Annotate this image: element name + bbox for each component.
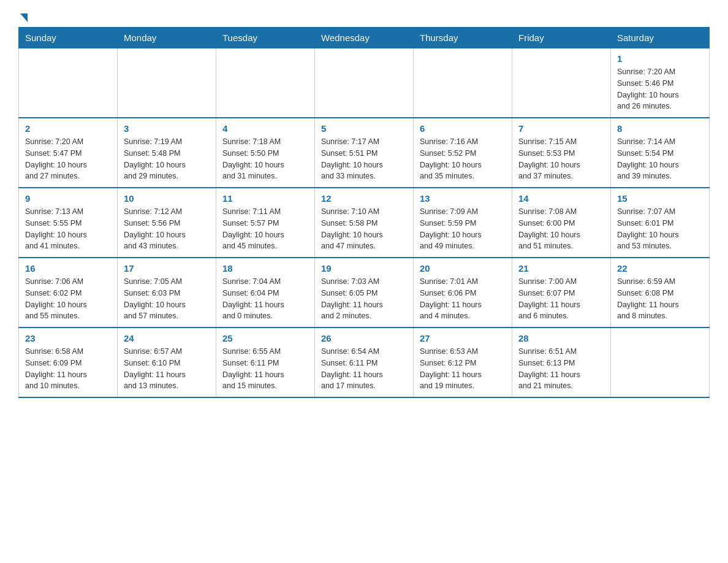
day-info: Sunrise: 6:54 AM Sunset: 6:11 PM Dayligh… (321, 346, 407, 392)
weekday-header-friday: Friday (512, 28, 611, 48)
calendar-week-row: 1Sunrise: 7:20 AM Sunset: 5:46 PM Daylig… (19, 48, 710, 118)
day-info: Sunrise: 7:18 AM Sunset: 5:50 PM Dayligh… (222, 136, 308, 182)
calendar-week-row: 9Sunrise: 7:13 AM Sunset: 5:55 PM Daylig… (19, 188, 710, 258)
calendar-cell: 9Sunrise: 7:13 AM Sunset: 5:55 PM Daylig… (19, 188, 118, 258)
day-info: Sunrise: 7:06 AM Sunset: 6:02 PM Dayligh… (25, 276, 111, 322)
day-number: 15 (617, 193, 703, 204)
weekday-header-monday: Monday (118, 28, 216, 48)
day-number: 8 (617, 123, 703, 134)
day-info: Sunrise: 7:07 AM Sunset: 6:01 PM Dayligh… (617, 206, 703, 252)
calendar-cell: 12Sunrise: 7:10 AM Sunset: 5:58 PM Dayli… (315, 188, 414, 258)
calendar-cell: 3Sunrise: 7:19 AM Sunset: 5:48 PM Daylig… (118, 118, 216, 188)
day-number: 24 (124, 333, 210, 343)
calendar-cell: 4Sunrise: 7:18 AM Sunset: 5:50 PM Daylig… (216, 118, 315, 188)
day-info: Sunrise: 7:13 AM Sunset: 5:55 PM Dayligh… (25, 206, 111, 252)
day-number: 19 (321, 263, 407, 274)
day-info: Sunrise: 7:04 AM Sunset: 6:04 PM Dayligh… (222, 276, 308, 322)
day-info: Sunrise: 7:20 AM Sunset: 5:46 PM Dayligh… (617, 66, 703, 112)
calendar-cell: 17Sunrise: 7:05 AM Sunset: 6:03 PM Dayli… (118, 258, 216, 327)
calendar-cell: 20Sunrise: 7:01 AM Sunset: 6:06 PM Dayli… (414, 258, 512, 327)
calendar-cell: 19Sunrise: 7:03 AM Sunset: 6:05 PM Dayli… (315, 258, 414, 327)
calendar-cell: 22Sunrise: 6:59 AM Sunset: 6:08 PM Dayli… (611, 258, 710, 327)
weekday-header-thursday: Thursday (414, 28, 512, 48)
day-info: Sunrise: 6:55 AM Sunset: 6:11 PM Dayligh… (222, 346, 308, 392)
day-number: 13 (420, 193, 506, 204)
logo (18, 12, 28, 21)
day-info: Sunrise: 7:17 AM Sunset: 5:51 PM Dayligh… (321, 136, 407, 182)
day-info: Sunrise: 7:15 AM Sunset: 5:53 PM Dayligh… (518, 136, 604, 182)
day-info: Sunrise: 7:14 AM Sunset: 5:54 PM Dayligh… (617, 136, 703, 182)
day-number: 11 (222, 193, 308, 204)
day-info: Sunrise: 7:16 AM Sunset: 5:52 PM Dayligh… (420, 136, 506, 182)
day-number: 17 (124, 263, 210, 274)
day-number: 16 (25, 263, 111, 274)
day-number: 27 (420, 333, 506, 343)
calendar-cell: 21Sunrise: 7:00 AM Sunset: 6:07 PM Dayli… (512, 258, 611, 327)
calendar-cell (118, 48, 216, 118)
weekday-header-saturday: Saturday (611, 28, 710, 48)
day-number: 23 (25, 333, 111, 343)
weekday-header-wednesday: Wednesday (315, 28, 414, 48)
calendar-cell: 8Sunrise: 7:14 AM Sunset: 5:54 PM Daylig… (611, 118, 710, 188)
day-info: Sunrise: 7:00 AM Sunset: 6:07 PM Dayligh… (518, 276, 604, 322)
calendar-cell: 28Sunrise: 6:51 AM Sunset: 6:13 PM Dayli… (512, 327, 611, 397)
weekday-header-sunday: Sunday (19, 28, 118, 48)
day-info: Sunrise: 6:59 AM Sunset: 6:08 PM Dayligh… (617, 276, 703, 322)
day-number: 26 (321, 333, 407, 343)
day-number: 20 (420, 263, 506, 274)
calendar-cell: 13Sunrise: 7:09 AM Sunset: 5:59 PM Dayli… (414, 188, 512, 258)
calendar-cell: 23Sunrise: 6:58 AM Sunset: 6:09 PM Dayli… (19, 327, 118, 397)
logo-arrow-icon (20, 13, 28, 22)
day-number: 10 (124, 193, 210, 204)
calendar-cell: 10Sunrise: 7:12 AM Sunset: 5:56 PM Dayli… (118, 188, 216, 258)
day-info: Sunrise: 7:05 AM Sunset: 6:03 PM Dayligh… (124, 276, 210, 322)
calendar-cell: 15Sunrise: 7:07 AM Sunset: 6:01 PM Dayli… (611, 188, 710, 258)
weekday-header-row: SundayMondayTuesdayWednesdayThursdayFrid… (19, 28, 710, 48)
day-info: Sunrise: 7:08 AM Sunset: 6:00 PM Dayligh… (518, 206, 604, 252)
calendar-week-row: 23Sunrise: 6:58 AM Sunset: 6:09 PM Dayli… (19, 327, 710, 397)
day-number: 6 (420, 123, 506, 134)
day-number: 25 (222, 333, 308, 343)
day-number: 18 (222, 263, 308, 274)
calendar-cell: 26Sunrise: 6:54 AM Sunset: 6:11 PM Dayli… (315, 327, 414, 397)
day-info: Sunrise: 6:51 AM Sunset: 6:13 PM Dayligh… (518, 346, 604, 392)
calendar-cell (611, 327, 710, 397)
calendar-cell (512, 48, 611, 118)
day-number: 28 (518, 333, 604, 343)
calendar-cell: 18Sunrise: 7:04 AM Sunset: 6:04 PM Dayli… (216, 258, 315, 327)
day-number: 21 (518, 263, 604, 274)
day-number: 14 (518, 193, 604, 204)
calendar-cell: 7Sunrise: 7:15 AM Sunset: 5:53 PM Daylig… (512, 118, 611, 188)
page-header (18, 12, 710, 21)
day-number: 1 (617, 53, 703, 64)
calendar-cell: 24Sunrise: 6:57 AM Sunset: 6:10 PM Dayli… (118, 327, 216, 397)
calendar-cell (216, 48, 315, 118)
calendar-cell (315, 48, 414, 118)
day-info: Sunrise: 6:53 AM Sunset: 6:12 PM Dayligh… (420, 346, 506, 392)
day-number: 5 (321, 123, 407, 134)
day-number: 2 (25, 123, 111, 134)
calendar-cell: 16Sunrise: 7:06 AM Sunset: 6:02 PM Dayli… (19, 258, 118, 327)
calendar-cell: 14Sunrise: 7:08 AM Sunset: 6:00 PM Dayli… (512, 188, 611, 258)
calendar-cell: 5Sunrise: 7:17 AM Sunset: 5:51 PM Daylig… (315, 118, 414, 188)
weekday-header-tuesday: Tuesday (216, 28, 315, 48)
day-info: Sunrise: 6:58 AM Sunset: 6:09 PM Dayligh… (25, 346, 111, 392)
calendar-cell: 25Sunrise: 6:55 AM Sunset: 6:11 PM Dayli… (216, 327, 315, 397)
calendar-week-row: 2Sunrise: 7:20 AM Sunset: 5:47 PM Daylig… (19, 118, 710, 188)
day-info: Sunrise: 7:09 AM Sunset: 5:59 PM Dayligh… (420, 206, 506, 252)
day-number: 9 (25, 193, 111, 204)
calendar-cell: 11Sunrise: 7:11 AM Sunset: 5:57 PM Dayli… (216, 188, 315, 258)
calendar-cell: 6Sunrise: 7:16 AM Sunset: 5:52 PM Daylig… (414, 118, 512, 188)
day-info: Sunrise: 7:20 AM Sunset: 5:47 PM Dayligh… (25, 136, 111, 182)
calendar-cell (19, 48, 118, 118)
calendar-cell: 2Sunrise: 7:20 AM Sunset: 5:47 PM Daylig… (19, 118, 118, 188)
calendar-cell: 27Sunrise: 6:53 AM Sunset: 6:12 PM Dayli… (414, 327, 512, 397)
day-info: Sunrise: 7:11 AM Sunset: 5:57 PM Dayligh… (222, 206, 308, 252)
calendar-cell (414, 48, 512, 118)
day-number: 3 (124, 123, 210, 134)
calendar-week-row: 16Sunrise: 7:06 AM Sunset: 6:02 PM Dayli… (19, 258, 710, 327)
day-number: 12 (321, 193, 407, 204)
day-info: Sunrise: 7:01 AM Sunset: 6:06 PM Dayligh… (420, 276, 506, 322)
day-info: Sunrise: 6:57 AM Sunset: 6:10 PM Dayligh… (124, 346, 210, 392)
calendar-table: SundayMondayTuesdayWednesdayThursdayFrid… (18, 27, 710, 398)
